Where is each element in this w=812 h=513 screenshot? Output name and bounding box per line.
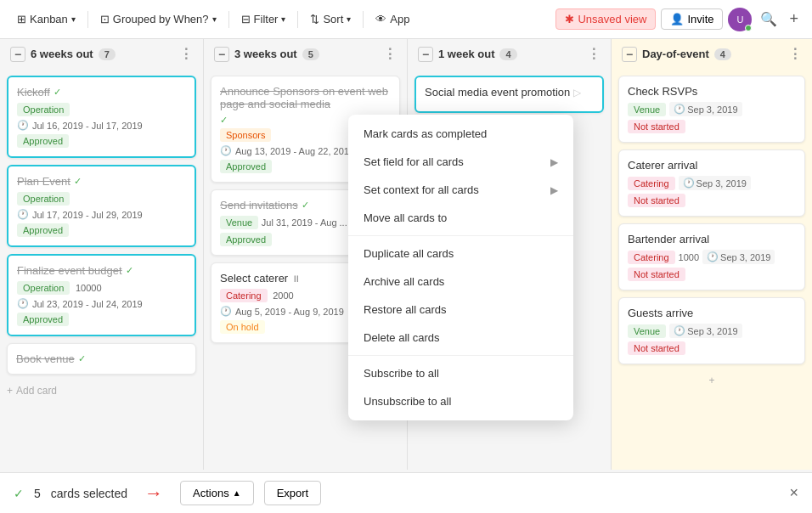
menu-item-move-all[interactable]: Move all cards to — [348, 204, 573, 232]
col2-menu[interactable]: ⋮ — [383, 46, 397, 62]
avatar[interactable]: U — [728, 8, 752, 31]
topbar-divider4 — [363, 11, 364, 28]
close-button[interactable]: × — [789, 484, 798, 502]
menu-item-unsubscribe[interactable]: Unsubscribe to all — [348, 387, 573, 415]
card-plan-event[interactable]: Plan Event ✓ Operation 🕐 Jul 17, 2019 - … — [7, 165, 196, 247]
card-title: Kickoff — [17, 86, 50, 99]
status-not-started: Not started — [628, 120, 685, 133]
card-title: Check RSVPs — [628, 85, 697, 98]
status-not-started: Not started — [628, 268, 685, 281]
date-caterer-arrival: 🕐 Sep 3, 2019 — [679, 176, 751, 190]
sort-button[interactable]: ⇅ Sort ▾ — [303, 9, 358, 29]
tag-operation: Operation — [17, 281, 70, 295]
card-title: Send invitations — [220, 199, 298, 211]
app-button[interactable]: 👁 App — [369, 9, 416, 29]
col3-menu[interactable]: ⋮ — [587, 46, 601, 62]
col2-collapse-btn[interactable]: − — [214, 47, 229, 62]
tag-catering: Catering — [220, 289, 268, 302]
export-button[interactable]: Export — [264, 481, 322, 505]
col-header-2: − 3 weeks out 5 ⋮ — [204, 39, 408, 69]
card-book-venue[interactable]: Book venue ✓ — [7, 343, 196, 375]
check-icon: ✓ — [14, 487, 24, 500]
filter-button[interactable]: ⊟ Filter ▾ — [234, 9, 293, 29]
date-guests: 🕐 Sep 3, 2019 — [669, 324, 742, 338]
card-guests-arrive[interactable]: Guests arrive Venue 🕐 Sep 3, 2019 Not st… — [618, 297, 805, 364]
chevron-down-icon4: ▾ — [347, 14, 351, 24]
date-caterer: Aug 5, 2019 - Aug 9, 2019 — [235, 307, 344, 317]
status-approved: Approved — [17, 223, 69, 237]
card-social-media[interactable]: Social media event promotion ▷ — [414, 76, 604, 113]
col1-menu[interactable]: ⋮ — [179, 46, 193, 62]
card-kickoff[interactable]: Kickoff ✓ Operation 🕐 Jul 16, 2019 - Jul… — [7, 76, 196, 158]
actions-button[interactable]: Actions ▲ — [180, 481, 254, 505]
filter-icon: ⊟ — [241, 13, 251, 25]
chevron-right-icon: ▶ — [550, 184, 558, 196]
menu-item-archive[interactable]: Archive all cards — [348, 268, 573, 296]
col4-collapse-btn[interactable]: − — [622, 47, 637, 62]
menu-item-set-field[interactable]: Set field for all cards ▶ — [348, 148, 573, 176]
topbar-divider2 — [228, 11, 229, 28]
add-icon[interactable]: + — [786, 7, 802, 31]
clock-icon: 🕐 — [220, 145, 232, 156]
card-title: Plan Event — [17, 175, 70, 188]
tag-operation: Operation — [17, 192, 70, 206]
date-finalize: Jul 23, 2019 - Jul 24, 2019 — [32, 299, 143, 309]
status-approved: Approved — [220, 160, 272, 173]
menu-item-mark-completed[interactable]: Mark cards as completed — [348, 120, 573, 148]
col3-badge: 4 — [499, 48, 516, 60]
unsaved-view-button[interactable]: ✱ Unsaved view — [555, 8, 656, 30]
context-menu: Mark cards as completed Set field for al… — [348, 115, 573, 420]
clock-icon: 🕐 — [17, 209, 29, 220]
date-rsvps: 🕐 Sep 3, 2019 — [669, 102, 742, 116]
card-title: Social media event promotion — [425, 86, 570, 99]
menu-item-subscribe[interactable]: Subscribe to all — [348, 359, 573, 387]
num-label: 2000 — [273, 290, 293, 301]
card-caterer-arrival[interactable]: Caterer arrival Catering 🕐 Sep 3, 2019 N… — [618, 149, 805, 217]
menu-item-delete[interactable]: Delete all cards — [348, 324, 573, 352]
col3-label: 1 week out — [438, 48, 494, 60]
card-title: Guests arrive — [628, 307, 693, 319]
cards-count: 5 — [34, 487, 41, 500]
invite-button[interactable]: 👤 Invite — [661, 8, 723, 30]
columns-header: − 6 weeks out 7 ⋮ − 3 weeks out 5 ⋮ − 1 … — [0, 39, 812, 69]
column-1: Kickoff ✓ Operation 🕐 Jul 16, 2019 - Jul… — [0, 69, 204, 470]
col1-collapse-btn[interactable]: − — [10, 47, 25, 62]
tag-catering: Catering — [628, 177, 675, 190]
topbar-divider — [87, 11, 88, 28]
checkmark-icon: ✓ — [78, 353, 86, 364]
clock-icon: 🕐 — [17, 120, 29, 131]
menu-item-restore[interactable]: Restore all cards — [348, 296, 573, 324]
checkmark-icon: ✓ — [54, 87, 61, 98]
checkmark-icon: ✓ — [220, 115, 228, 126]
card-check-rsvps[interactable]: Check RSVPs Venue 🕐 Sep 3, 2019 Not star… — [618, 76, 805, 143]
topbar-divider3 — [297, 11, 298, 28]
date-kickoff: Jul 16, 2019 - Jul 17, 2019 — [32, 121, 143, 131]
col-header-3: − 1 week out 4 ⋮ — [408, 39, 612, 69]
tag-operation: Operation — [17, 103, 70, 116]
status-not-started: Not started — [628, 194, 685, 207]
person-icon: 👤 — [670, 13, 684, 25]
add-card-col1[interactable]: + Add card — [7, 381, 196, 400]
col3-collapse-btn[interactable]: − — [418, 47, 433, 62]
kanban-button[interactable]: ⊞ Kanban ▾ — [10, 9, 82, 29]
menu-item-duplicate[interactable]: Duplicate all cards — [348, 240, 573, 268]
date-plan-event: Jul 17, 2019 - Jul 29, 2019 — [32, 210, 143, 220]
num-label: 10000 — [76, 283, 102, 293]
card-bartender-arrival[interactable]: Bartender arrival Catering 1000 🕐 Sep 3,… — [618, 223, 805, 290]
clock-icon: 🕐 — [220, 306, 232, 317]
cards-selected-label: cards selected — [51, 487, 127, 500]
status-approved: Approved — [17, 313, 69, 326]
card-finalize-budget[interactable]: Finalize event budget ✓ Operation 10000 … — [7, 254, 196, 336]
col4-menu[interactable]: ⋮ — [788, 46, 802, 62]
date-sponsors: Aug 13, 2019 - Aug 22, 2019 — [235, 146, 354, 156]
checkmark-icon: ✓ — [302, 200, 309, 211]
status-approved: Approved — [220, 233, 272, 246]
grouped-by-button[interactable]: ⊡ Grouped by When? ▾ — [93, 9, 223, 29]
menu-item-set-context[interactable]: Set context for all cards ▶ — [348, 176, 573, 204]
search-icon[interactable]: 🔍 — [757, 8, 781, 31]
status-approved: Approved — [17, 134, 69, 148]
chevron-right-icon: ▷ — [573, 87, 581, 99]
add-card-col4[interactable]: + — [618, 371, 805, 390]
chevron-down-icon3: ▾ — [281, 14, 285, 24]
topbar: ⊞ Kanban ▾ ⊡ Grouped by When? ▾ ⊟ Filter… — [0, 0, 812, 39]
